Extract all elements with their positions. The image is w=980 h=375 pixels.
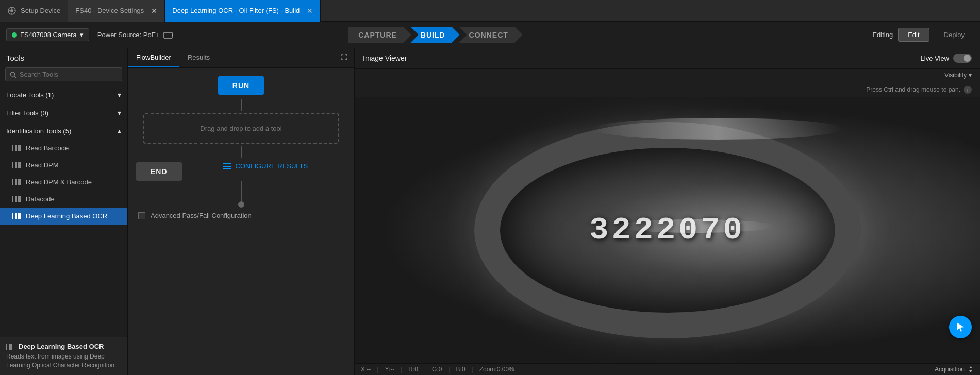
tool-datacode[interactable]: Datacode (0, 191, 127, 208)
tab-setup[interactable]: Setup Device (0, 0, 68, 22)
deep-learning-ocr-label: Deep Learning Based OCR (26, 212, 107, 220)
svg-rect-53 (223, 166, 231, 167)
tab-fs40[interactable]: FS40 - Device Settings ✕ (68, 0, 165, 22)
tools-header: Tools (0, 48, 127, 65)
camera-selector[interactable]: FS407008 Camera ▾ (6, 28, 89, 41)
sort-icon (968, 366, 974, 373)
status-x: X:-- (361, 366, 371, 373)
tab-active-build[interactable]: Deep Learning OCR - Oil Filter (FS) - Bu… (165, 0, 321, 22)
tool-read-dpm[interactable]: Read DPM (0, 157, 127, 174)
read-barcode-label: Read Barcode (26, 144, 69, 152)
deploy-button[interactable]: Deploy (935, 28, 974, 41)
configure-results-btn[interactable]: CONFIGURE RESULTS (223, 162, 308, 170)
editing-section: Editing Edit Deploy (872, 28, 974, 42)
section-identification-tools[interactable]: Identification Tools (5) (0, 122, 127, 140)
info-icon[interactable]: i (964, 86, 972, 94)
sidebar-tooltip: Deep Learning Based OCR Reads text from … (0, 337, 127, 375)
svg-marker-55 (957, 322, 964, 332)
run-button[interactable]: RUN (218, 76, 264, 95)
end-button[interactable]: END (136, 162, 182, 181)
list-icon (223, 163, 231, 170)
svg-rect-44 (20, 213, 21, 219)
svg-rect-7 (172, 34, 173, 36)
tool-read-barcode[interactable]: Read Barcode (0, 140, 127, 157)
flow-connector-2 (241, 146, 242, 158)
svg-rect-19 (15, 162, 16, 168)
step-capture[interactable]: CAPTURE (348, 27, 411, 43)
section-locate-tools[interactable]: Locate Tools (1) (0, 86, 127, 104)
live-view-toggle[interactable] (953, 54, 972, 63)
adv-config-row: Advanced Pass/Fail Configuration (136, 212, 252, 219)
svg-rect-13 (16, 145, 17, 151)
locate-tools-chevron (118, 91, 121, 99)
section-filter-tools[interactable]: Filter Tools (0) (0, 104, 127, 122)
datacode-icon (12, 196, 21, 203)
svg-rect-38 (12, 213, 13, 219)
svg-rect-50 (13, 344, 13, 350)
svg-rect-27 (16, 179, 17, 185)
toolbar: FS407008 Camera ▾ Power Source: PoE+ CAP… (0, 22, 980, 48)
svg-rect-36 (19, 196, 20, 202)
close-fs40-icon[interactable]: ✕ (151, 7, 157, 15)
acquisition-label: Acquisition (935, 366, 965, 373)
tool-deep-learning-ocr[interactable]: Deep Learning Based OCR (0, 208, 127, 225)
image-viewer-title: Image Viewer (363, 54, 407, 62)
barcode-icon (12, 145, 21, 152)
camera-chevron-icon: ▾ (80, 31, 84, 39)
ocr-icon (12, 213, 21, 220)
svg-rect-15 (19, 145, 20, 151)
hint-text: Press Ctrl and drag mouse to pan. (866, 86, 960, 93)
flow-content: RUN Drag and drop to add a tool END CONF… (128, 68, 354, 375)
svg-rect-37 (20, 196, 21, 202)
search-icon (10, 71, 16, 78)
tab-results[interactable]: Results (179, 48, 218, 67)
adv-checkbox[interactable] (138, 212, 145, 219)
power-icon (163, 30, 173, 40)
datacode-label: Datacode (26, 195, 55, 203)
svg-rect-17 (12, 162, 13, 168)
live-view: Live View (921, 54, 972, 63)
filter-tools-chevron (118, 109, 121, 117)
svg-rect-16 (20, 145, 21, 151)
svg-rect-29 (19, 179, 20, 185)
step-connect[interactable]: CONNECT (459, 27, 523, 43)
svg-rect-47 (9, 344, 10, 350)
flowbuilder-panel: FlowBuilder Results RUN Drag and drop to… (128, 48, 355, 375)
connect-label: CONNECT (469, 31, 508, 39)
svg-rect-28 (18, 179, 19, 185)
search-bar[interactable] (5, 67, 122, 81)
svg-rect-25 (14, 179, 14, 185)
drop-zone[interactable]: Drag and drop to add a tool (143, 113, 339, 144)
status-g: G:0 (432, 366, 442, 373)
svg-rect-24 (12, 179, 13, 185)
panel-tabs: FlowBuilder Results (128, 48, 354, 68)
close-active-icon[interactable]: ✕ (307, 7, 313, 15)
search-input[interactable] (20, 71, 118, 78)
step-build[interactable]: BUILD (410, 27, 460, 43)
setup-tab-label: Setup Device (21, 7, 60, 14)
acquisition-button[interactable]: Acquisition (935, 366, 974, 373)
tab-flowbuilder[interactable]: FlowBuilder (128, 48, 179, 67)
expand-icon[interactable] (335, 48, 354, 67)
device-icon (7, 6, 16, 15)
identification-tools-chevron (118, 127, 121, 135)
tooltip-description: Reads text from images using Deep Learni… (6, 352, 121, 370)
pipeline-steps: CAPTURE BUILD CONNECT (348, 27, 523, 43)
tooltip-icon (6, 343, 14, 350)
fab-button[interactable] (949, 316, 972, 338)
visibility-bar: Visibility ▾ (355, 69, 980, 82)
title-bar: Setup Device FS40 - Device Settings ✕ De… (0, 0, 980, 22)
tool-read-dpm-barcode[interactable]: Read DPM & Barcode (0, 174, 127, 191)
tooltip-title: Deep Learning Based OCR (6, 343, 121, 350)
edit-button[interactable]: Edit (898, 28, 929, 42)
svg-rect-49 (11, 344, 12, 350)
end-configure-row: END CONFIGURE RESULTS (136, 160, 346, 181)
svg-rect-40 (15, 213, 16, 219)
live-view-label: Live View (921, 55, 949, 62)
main-layout: Tools Locate Tools (1) Filter Tools (0) … (0, 48, 980, 375)
viewer-header: Image Viewer Live View (355, 48, 980, 69)
image-viewer-panel: Image Viewer Live View Visibility ▾ Pres… (355, 48, 980, 375)
svg-rect-54 (223, 168, 231, 169)
visibility-chevron-icon[interactable]: ▾ (969, 72, 972, 79)
viewer-hint: Press Ctrl and drag mouse to pan. i (355, 82, 980, 97)
